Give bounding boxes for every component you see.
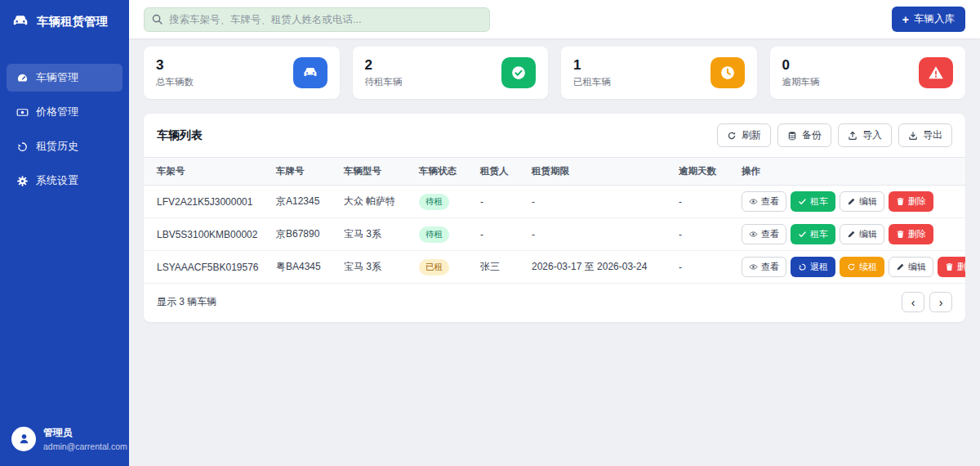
sidebar-item-vehicles[interactable]: 车辆管理	[7, 64, 122, 92]
cell-vin: LFV2A21K5J3000001	[144, 186, 268, 218]
renew-button[interactable]: 续租	[840, 257, 884, 277]
stat-value: 3	[156, 57, 194, 74]
gear-icon	[16, 175, 29, 187]
refresh-button[interactable]: 刷新	[717, 123, 771, 147]
edit-button[interactable]: 编辑	[889, 257, 933, 277]
cell-model: 宝马 3系	[336, 251, 411, 284]
col-overdue: 逾期天数	[670, 158, 733, 186]
dashboard-icon	[16, 72, 29, 84]
user-icon	[17, 432, 31, 446]
sidebar-item-history[interactable]: 租赁历史	[7, 132, 122, 160]
cell-overdue: -	[670, 218, 733, 251]
app-brand: 车辆租赁管理	[0, 0, 129, 43]
stat-value: 1	[573, 57, 611, 74]
export-button[interactable]: 导出	[898, 123, 952, 147]
search-icon	[151, 13, 163, 25]
refresh-icon	[727, 131, 737, 141]
search-box	[144, 7, 490, 32]
status-badge: 已租	[419, 259, 449, 276]
view-button[interactable]: 查看	[742, 224, 786, 244]
cell-plate: 粤BA4345	[268, 251, 336, 284]
pencil-icon	[847, 197, 856, 206]
cell-renter: 张三	[472, 251, 523, 284]
refresh-icon	[847, 262, 856, 271]
stat-value: 0	[782, 57, 820, 74]
col-actions: 操作	[733, 158, 965, 186]
database-icon	[787, 131, 797, 141]
money-icon	[16, 106, 29, 119]
col-period: 租赁期限	[523, 158, 670, 186]
eye-icon	[749, 230, 758, 239]
sidebar-item-label: 系统设置	[36, 173, 78, 188]
list-header: 车辆列表 刷新 备份 导入 导出	[144, 114, 965, 157]
view-button[interactable]: 查看	[742, 257, 786, 277]
cell-model: 大众 帕萨特	[336, 186, 411, 218]
app-title: 车辆租赁管理	[37, 14, 108, 29]
main-content: 3 总车辆数 2 待租车辆 1 已租车辆	[129, 38, 980, 330]
backup-button[interactable]: 备份	[777, 123, 831, 147]
delete-button[interactable]: 删除	[889, 191, 933, 212]
stat-label: 逾期车辆	[782, 76, 820, 88]
delete-button[interactable]: 删除	[938, 257, 965, 277]
history-icon	[16, 141, 29, 153]
sidebar-user[interactable]: 管理员 admin@carrental.com	[0, 414, 129, 466]
table-row: LSYAAACF5BK019576 粤BA4345 宝马 3系 已租 张三 20…	[144, 251, 965, 284]
check-circle-icon	[501, 57, 536, 88]
cell-overdue: -	[670, 186, 733, 218]
prev-page-button[interactable]: ‹	[902, 292, 924, 312]
view-button[interactable]: 查看	[742, 191, 786, 212]
add-vehicle-button[interactable]: + 车辆入库	[892, 7, 965, 32]
check-icon	[798, 230, 807, 239]
sidebar-item-label: 价格管理	[36, 105, 78, 119]
trash-icon	[896, 197, 905, 206]
col-vin: 车架号	[144, 158, 268, 186]
table-row: LBV5S3100KMB00002 京B67890 宝马 3系 待租 - - -…	[144, 218, 965, 251]
edit-button[interactable]: 编辑	[840, 224, 884, 244]
check-icon	[798, 197, 807, 206]
stat-card-overdue: 0 逾期车辆	[770, 47, 966, 99]
edit-button[interactable]: 编辑	[840, 191, 884, 212]
cell-plate: 京A12345	[268, 186, 336, 218]
cell-vin: LSYAAACF5BK019576	[144, 251, 268, 284]
car-logo-icon	[11, 12, 29, 30]
cell-vin: LBV5S3100KMB00002	[144, 218, 268, 251]
import-button[interactable]: 导入	[838, 123, 892, 147]
table-row: LFV2A21K5J3000001 京A12345 大众 帕萨特 待租 - - …	[144, 186, 965, 218]
return-button[interactable]: 退租	[791, 257, 835, 277]
delete-button[interactable]: 删除	[889, 224, 933, 244]
list-title: 车辆列表	[157, 128, 203, 143]
list-toolbar: 刷新 备份 导入 导出	[717, 123, 952, 147]
topbar: + 车辆入库	[129, 0, 980, 38]
status-badge: 待租	[419, 194, 449, 210]
rent-button[interactable]: 租车	[791, 224, 835, 244]
stats-row: 3 总车辆数 2 待租车辆 1 已租车辆	[144, 47, 965, 99]
next-page-button[interactable]: ›	[929, 292, 952, 312]
trash-icon	[896, 230, 905, 239]
col-renter: 租赁人	[472, 158, 523, 186]
plus-icon: +	[902, 14, 909, 25]
table-header-row: 车架号 车牌号 车辆型号 车辆状态 租赁人 租赁期限 逾期天数 操作	[144, 158, 965, 186]
vehicle-list-card: 车辆列表 刷新 备份 导入 导出	[144, 114, 965, 322]
cell-period: 2026-03-17 至 2026-03-24	[523, 251, 670, 284]
vehicle-table: 车架号 车牌号 车辆型号 车辆状态 租赁人 租赁期限 逾期天数 操作 LFV2A…	[144, 157, 965, 284]
warning-triangle-icon	[919, 57, 953, 88]
cell-overdue: -	[670, 251, 733, 284]
row-count-summary: 显示 3 辆车辆	[157, 295, 216, 309]
sidebar-item-settings[interactable]: 系统设置	[7, 167, 122, 195]
cell-plate: 京B67890	[268, 218, 336, 251]
cell-period: -	[523, 218, 670, 251]
search-input[interactable]	[144, 7, 490, 32]
cell-renter: -	[472, 218, 523, 251]
pencil-icon	[847, 230, 856, 239]
sidebar-item-pricing[interactable]: 价格管理	[7, 98, 122, 126]
cell-renter: -	[472, 186, 523, 218]
rent-button[interactable]: 租车	[791, 191, 835, 212]
stat-card-available: 2 待租车辆	[353, 47, 549, 99]
pencil-icon	[896, 262, 905, 271]
stat-label: 总车辆数	[156, 76, 194, 88]
eye-icon	[749, 262, 758, 271]
col-model: 车辆型号	[336, 158, 411, 186]
sidebar-item-label: 租赁历史	[36, 139, 78, 154]
stat-label: 待租车辆	[365, 76, 403, 88]
upload-icon	[848, 131, 858, 141]
